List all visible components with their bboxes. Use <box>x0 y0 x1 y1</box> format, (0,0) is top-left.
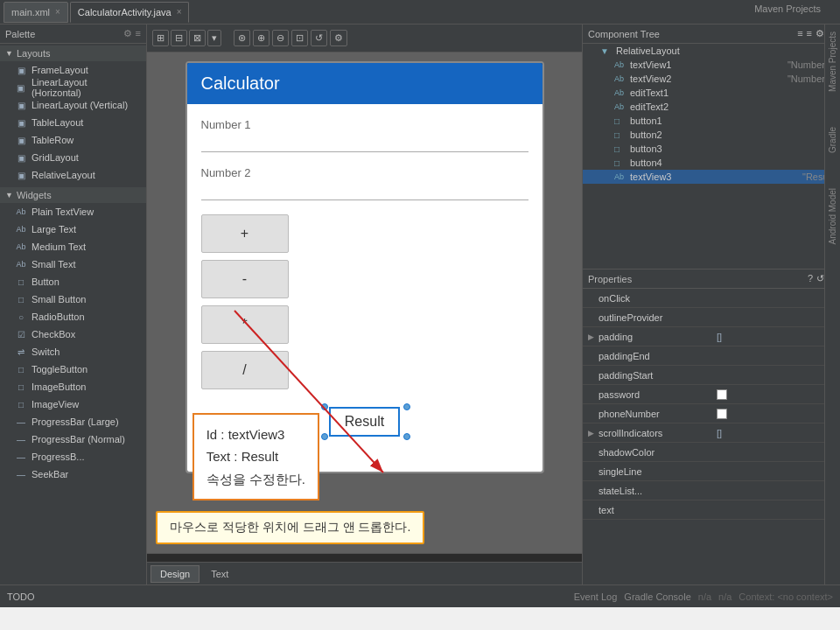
gradle-console-btn[interactable]: Gradle Console <box>624 592 690 602</box>
prop-text[interactable]: text <box>583 500 840 520</box>
zoom-out-icon[interactable]: ⊖ <box>272 30 289 46</box>
tree-edittext2[interactable]: Ab editText2 <box>583 100 840 114</box>
layout-icon1[interactable]: ⊞ <box>152 30 169 46</box>
palette-item-smalltext[interactable]: Ab Small Text <box>0 256 146 273</box>
zoom-in-icon[interactable]: ⊕ <box>253 30 270 46</box>
tree-textview2[interactable]: Ab textView2 "Number 2" <box>583 72 840 86</box>
password-value[interactable] <box>717 389 835 400</box>
palette-item-checkbox[interactable]: ☑ CheckBox <box>0 326 146 343</box>
palette-item-largetext[interactable]: Ab Large Text <box>0 220 146 238</box>
prop-paddingstart[interactable]: paddingStart <box>583 366 840 385</box>
prop-phonenumber[interactable]: phoneNumber <box>583 404 840 424</box>
tree-button4[interactable]: □ button4 "/" <box>583 156 840 170</box>
toolbar-dropdown[interactable]: ▾ <box>207 30 221 46</box>
todo-label[interactable]: TODO <box>7 592 35 602</box>
layout-icon2[interactable]: ⊟ <box>171 30 187 46</box>
tree-edittext1[interactable]: Ab editText1 <box>583 86 840 100</box>
btn-multiply[interactable]: * <box>201 305 289 344</box>
horizontal-scrollbar[interactable] <box>147 553 582 562</box>
palette-item-progressbar-other[interactable]: — ProgressB... <box>0 448 146 466</box>
palette-item-progressbar-large-label: ProgressBar (Large) <box>32 416 119 427</box>
prop-statelist[interactable]: stateList... <box>583 481 840 500</box>
prop-shadowcolor[interactable]: shadowColor <box>583 443 840 462</box>
padding-value[interactable]: [] <box>717 332 835 342</box>
palette-item-linearlayout-v[interactable]: ▣ LinearLayout (Vertical) <box>0 96 146 114</box>
palette-item-gridlayout[interactable]: ▣ GridLayout <box>0 149 146 166</box>
palette-item-imageview[interactable]: □ ImageView <box>0 396 146 413</box>
prop-scrollindicators[interactable]: ▶ scrollIndicators [] <box>583 424 840 443</box>
btn-plus[interactable]: + <box>201 214 289 253</box>
close-calculator-java-icon[interactable]: × <box>177 7 182 17</box>
prop-singleline[interactable]: singleLine <box>583 462 840 481</box>
layout-icon3[interactable]: ⊠ <box>189 30 206 46</box>
tree-button3[interactable]: □ button3 "*" <box>583 142 840 156</box>
palette-item-plaintextview[interactable]: Ab Plain TextView <box>0 203 146 220</box>
tree-button2[interactable]: □ button2 "-" <box>583 128 840 142</box>
tree-icon1[interactable]: ≡ <box>797 28 802 39</box>
maven-projects-tab[interactable]: Maven Projects <box>754 4 821 14</box>
palette-item-progressbar-large[interactable]: — ProgressBar (Large) <box>0 413 146 430</box>
android-model-label[interactable]: Android Model <box>828 188 837 244</box>
palette-item-togglebutton[interactable]: □ ToggleButton <box>0 360 146 378</box>
event-log-btn[interactable]: Event Log <box>574 592 618 602</box>
progressbar-other-icon: — <box>14 452 28 462</box>
tab-text[interactable]: Text <box>201 565 238 583</box>
palette-item-seekbar[interactable]: — SeekBar <box>0 466 146 483</box>
palette-widgets-header[interactable]: ▼ Widgets <box>0 187 146 203</box>
tree-textview1[interactable]: Ab textView1 "Number 1" <box>583 58 840 72</box>
tree-icon2[interactable]: ≡ <box>807 28 812 39</box>
tree-textview3[interactable]: Ab textView3 "Result" <box>583 170 840 184</box>
tab-main-xml[interactable]: main.xml × <box>4 2 68 23</box>
prop-onclick[interactable]: onClick <box>583 289 840 308</box>
scrollindicators-value[interactable]: [] <box>717 428 835 438</box>
scrollindicators-label: scrollIndicators <box>598 428 717 438</box>
tree-settings-icon[interactable]: ⚙ <box>816 28 824 39</box>
palette-item-tablerow[interactable]: ▣ TableRow <box>0 131 146 149</box>
btn-divide[interactable]: / <box>201 351 289 389</box>
palette-header-icons: ⚙ ≡ <box>123 28 141 39</box>
close-main-xml-icon[interactable]: × <box>55 7 60 17</box>
palette-item-relativelayout[interactable]: ▣ RelativeLayout <box>0 166 146 184</box>
prop-password[interactable]: password <box>583 385 840 404</box>
phonenumber-value[interactable] <box>717 409 835 419</box>
palette-item-progressbar-normal[interactable]: — ProgressBar (Normal) <box>0 430 146 448</box>
zoom-actual-icon[interactable]: ⊛ <box>234 30 250 46</box>
phonenumber-checkbox[interactable] <box>717 409 727 419</box>
props-undo-icon[interactable]: ↺ <box>816 273 824 284</box>
props-help-icon[interactable]: ? <box>808 273 813 284</box>
prop-outlineprovider[interactable]: outlineProvider <box>583 308 840 327</box>
number1-label: Number 1 <box>201 118 528 131</box>
palette-item-radiobutton[interactable]: ○ RadioButton <box>0 308 146 326</box>
tree-relativelayout[interactable]: ▼ RelativeLayout <box>583 44 840 58</box>
tab-calculator-java[interactable]: CalculatorActivity.java × <box>70 2 190 23</box>
result-textview[interactable]: Result <box>329 407 400 437</box>
btn-minus[interactable]: - <box>201 260 289 298</box>
palette-item-tablelayout[interactable]: ▣ TableLayout <box>0 114 146 131</box>
palette-item-mediumtext[interactable]: Ab Medium Text <box>0 238 146 256</box>
palette-item-switch[interactable]: ⇌ Switch <box>0 343 146 360</box>
palette-layouts-header[interactable]: ▼ Layouts <box>0 46 146 61</box>
palette-item-button-label: Button <box>32 276 60 287</box>
number2-input[interactable] <box>201 183 528 200</box>
palette-icon1[interactable]: ⚙ <box>123 28 132 39</box>
refresh-icon[interactable]: ↺ <box>311 30 327 46</box>
palette-item-smallbutton[interactable]: □ Small Button <box>0 290 146 308</box>
gradle-label[interactable]: Gradle <box>828 127 837 153</box>
tree-et2-label: editText2 <box>630 102 836 112</box>
maven-projects-label[interactable]: Maven Projects <box>828 32 837 92</box>
btn3-tree-icon: □ <box>614 144 630 154</box>
settings-icon[interactable]: ⚙ <box>330 30 347 46</box>
palette-item-framelayout[interactable]: ▣ FrameLayout <box>0 61 146 79</box>
prop-paddingend[interactable]: paddingEnd <box>583 346 840 366</box>
palette-item-linearlayout-h[interactable]: ▣ LinearLayout (Horizontal) <box>0 79 146 96</box>
tree-button1[interactable]: □ button1 "+" <box>583 114 840 128</box>
palette-item-button[interactable]: □ Button <box>0 273 146 290</box>
zoom-fit-icon[interactable]: ⊡ <box>291 30 308 46</box>
palette-icon2[interactable]: ≡ <box>136 28 141 39</box>
info-line1: Id : textView3 <box>206 424 305 446</box>
prop-padding[interactable]: ▶ padding [] <box>583 327 840 346</box>
number1-input[interactable] <box>201 135 528 152</box>
tab-design[interactable]: Design <box>150 565 200 583</box>
palette-item-imagebutton[interactable]: □ ImageButton <box>0 378 146 396</box>
password-checkbox[interactable] <box>717 389 727 400</box>
